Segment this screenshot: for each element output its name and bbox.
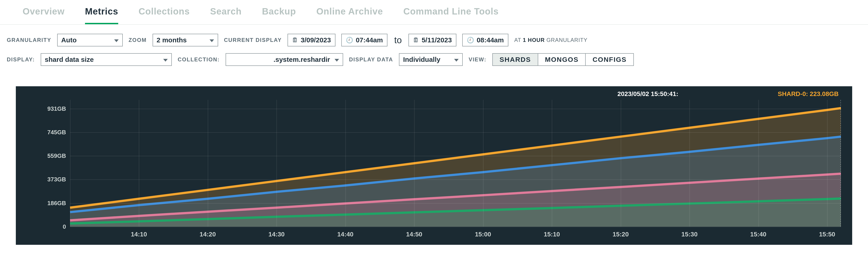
from-time-input[interactable]: 🕘07:44am	[341, 34, 388, 47]
view-button-configs[interactable]: CONFIGS	[585, 53, 634, 66]
chart-lines	[70, 100, 841, 227]
display-data-label: DISPLAY DATA	[349, 56, 393, 63]
chart-container: 2023/05/02 15:50:41: SHARD-0: 223.08GB 0…	[16, 86, 852, 245]
current-display-label: CURRENT DISPLAY	[224, 37, 282, 43]
y-tick-label: 186GB	[48, 199, 66, 207]
zoom-select[interactable]: 2 months	[153, 34, 218, 47]
to-word: to	[393, 35, 403, 45]
view-label: VIEW:	[469, 56, 487, 63]
collection-label: COLLECTION:	[178, 56, 220, 63]
tab-backup[interactable]: Backup	[262, 6, 296, 24]
x-tick-label: 14:50	[406, 231, 423, 238]
display-select[interactable]: shard data size	[41, 53, 172, 66]
display-label: DISPLAY:	[7, 56, 35, 63]
toolbar-row-1: GRANULARITY Auto ZOOM 2 months CURRENT D…	[7, 34, 861, 47]
tabs-nav: OverviewMetricsCollectionsSearchBackupOn…	[0, 0, 868, 25]
metrics-toolbar: GRANULARITY Auto ZOOM 2 months CURRENT D…	[0, 25, 868, 66]
view-button-shards[interactable]: SHARDS	[492, 53, 538, 66]
clock-icon: 🕘	[467, 37, 474, 44]
chart-tooltip: 2023/05/02 15:50:41: SHARD-0: 223.08GB	[617, 90, 839, 98]
y-tick-label: 931GB	[48, 105, 66, 112]
x-tick-label: 14:20	[199, 231, 216, 238]
tab-command-line-tools[interactable]: Command Line Tools	[403, 6, 499, 24]
plot-area: 0186GB373GB559GB745GB931GB14:1014:2014:3…	[70, 100, 841, 227]
tab-online-archive[interactable]: Online Archive	[316, 6, 383, 24]
tab-metrics[interactable]: Metrics	[85, 6, 118, 24]
from-date-input[interactable]: 🗓3/09/2023	[287, 34, 335, 47]
y-tick-label: 373GB	[48, 176, 66, 183]
collection-select[interactable]: .system.reshardir	[225, 53, 343, 66]
cursor-line	[840, 100, 841, 227]
x-tick-label: 14:10	[131, 231, 147, 238]
display-data-select[interactable]: Individually	[399, 53, 463, 66]
hover-timestamp: 2023/05/02 15:50:41:	[617, 90, 678, 98]
x-tick-label: 14:30	[269, 231, 285, 238]
y-tick-label: 745GB	[48, 129, 66, 136]
y-tick-label: 0	[63, 223, 66, 230]
tab-search[interactable]: Search	[210, 6, 242, 24]
y-tick-label: 559GB	[48, 152, 66, 159]
x-tick-label: 15:00	[475, 231, 491, 238]
x-tick-label: 14:40	[337, 231, 353, 238]
x-tick-label: 15:20	[613, 231, 629, 238]
x-tick-label: 15:10	[544, 231, 560, 238]
granularity-info: AT 1 HOUR GRANULARITY	[514, 37, 587, 43]
x-tick-label: 15:50	[819, 231, 835, 238]
view-button-group: SHARDSMONGOSCONFIGS	[492, 53, 634, 66]
x-tick-label: 15:40	[750, 231, 767, 238]
granularity-label: GRANULARITY	[7, 37, 51, 43]
calendar-icon: 🗓	[292, 37, 298, 44]
x-tick-label: 15:30	[681, 231, 698, 238]
hover-series: SHARD-0: 223.08GB	[778, 90, 839, 98]
tab-overview[interactable]: Overview	[23, 6, 65, 24]
chart[interactable]: 2023/05/02 15:50:41: SHARD-0: 223.08GB 0…	[16, 86, 852, 245]
calendar-icon: 🗓	[413, 37, 419, 44]
zoom-label: ZOOM	[129, 37, 147, 43]
clock-icon: 🕘	[346, 37, 353, 44]
toolbar-row-2: DISPLAY: shard data size COLLECTION: .sy…	[7, 53, 861, 66]
to-time-input[interactable]: 🕘08:44am	[462, 34, 508, 47]
granularity-select[interactable]: Auto	[57, 34, 123, 47]
tab-collections[interactable]: Collections	[138, 6, 190, 24]
view-button-mongos[interactable]: MONGOS	[538, 53, 586, 66]
to-date-input[interactable]: 🗓5/11/2023	[408, 34, 456, 47]
